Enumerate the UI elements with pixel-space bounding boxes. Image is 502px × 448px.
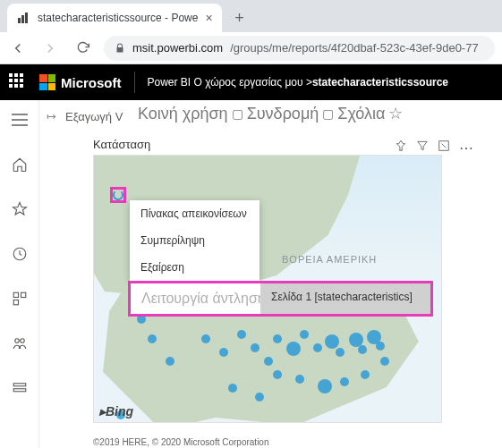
- hamburger-icon[interactable]: [5, 106, 34, 134]
- menu-include[interactable]: Συμπερίληψη: [130, 227, 260, 254]
- page-actions: Κοινή χρήση ▢ Συνδρομή ▢ Σχόλια ☆: [138, 104, 403, 123]
- reload-button[interactable]: [72, 38, 93, 59]
- home-icon[interactable]: [5, 150, 34, 179]
- back-button[interactable]: [7, 38, 29, 59]
- svg-rect-6: [13, 300, 18, 305]
- subscribe-label[interactable]: Συνδρομή: [247, 105, 319, 123]
- svg-rect-2: [25, 13, 28, 23]
- report-content: ↦ Εξαγωγή V Κοινή χρήση ▢ Συνδρομή ▢ Σχό…: [39, 100, 502, 448]
- apps-icon[interactable]: [5, 284, 34, 313]
- address-bar: msit.powerbi.com/groups/me/reports/4f20d…: [0, 32, 502, 64]
- svg-rect-9: [13, 384, 26, 386]
- map-visual[interactable]: ΒΟΡΕΙΑ ΑΜΕΡΙΚΗ: [93, 155, 442, 423]
- svg-rect-10: [13, 389, 26, 392]
- side-rail: [0, 100, 39, 448]
- browser-tab[interactable]: statecharacteristicssource - Powe ×: [7, 4, 222, 32]
- microsoft-logo: Microsoft: [39, 74, 122, 90]
- drillthrough-highlight: Λειτουργία άντλησης Σελίδα 1 [statechara…: [128, 281, 433, 317]
- drillthrough-target[interactable]: Σελίδα 1 [statecharacteristics]: [260, 283, 430, 314]
- report-toolbar: ↦ Εξαγωγή V Κοινή χρήση ▢ Συνδρομή ▢ Σχό…: [39, 100, 502, 132]
- url-input[interactable]: msit.powerbi.com/groups/me/reports/4f20d…: [104, 36, 495, 61]
- svg-rect-4: [13, 292, 18, 297]
- app-launcher-icon[interactable]: [9, 73, 27, 91]
- breadcrumb: Power BI Ο χώρος εργασίας μου >statechar…: [148, 76, 449, 89]
- map-copyright: ©2019 HERE, © 2020 Microsoft Corporation: [93, 437, 484, 447]
- share-icon: ▢: [232, 106, 243, 121]
- recent-icon[interactable]: [5, 240, 34, 268]
- new-tab-button[interactable]: +: [227, 5, 252, 30]
- shared-icon[interactable]: [5, 329, 34, 358]
- menu-drillthrough[interactable]: Λειτουργία άντλησης: [131, 283, 260, 314]
- chart-favicon-icon: [16, 11, 30, 25]
- svg-point-8: [20, 339, 24, 343]
- comments-label[interactable]: Σχόλια: [337, 105, 385, 123]
- subscribe-icon: ▢: [322, 106, 334, 121]
- export-menu[interactable]: Εξαγωγή V: [65, 110, 123, 123]
- header-divider: [134, 72, 135, 93]
- app-header: Microsoft Power BI Ο χώρος εργασίας μου …: [0, 64, 502, 100]
- svg-point-7: [14, 339, 19, 343]
- more-icon[interactable]: ⋯: [459, 139, 475, 156]
- svg-rect-0: [18, 18, 21, 23]
- favorites-icon[interactable]: [5, 195, 34, 224]
- brand-text: Microsoft: [61, 75, 122, 90]
- workspaces-icon[interactable]: [5, 374, 34, 402]
- menu-show-as-table[interactable]: Πίνακας απεικονίσεων: [130, 200, 260, 227]
- close-tab-icon[interactable]: ×: [205, 11, 212, 25]
- context-menu: Πίνακας απεικονίσεων Συμπερίληψη Εξαίρεσ…: [130, 200, 260, 281]
- forward-button[interactable]: [39, 38, 61, 59]
- highlighted-datapoint: [110, 187, 126, 203]
- browser-tab-strip: statecharacteristicssource - Powe × +: [0, 0, 502, 32]
- share-label[interactable]: Κοινή χρήση: [138, 105, 228, 123]
- svg-rect-1: [21, 15, 24, 23]
- lock-icon: [115, 43, 125, 54]
- tab-title: statecharacteristicssource - Powe: [38, 12, 198, 24]
- menu-exclude[interactable]: Εξαίρεση: [130, 254, 260, 281]
- url-host: msit.powerbi.com: [132, 41, 223, 55]
- bing-logo: ▸Bing: [99, 404, 133, 418]
- breadcrumb-arrow-icon: ↦: [47, 110, 56, 123]
- url-path: /groups/me/reports/4f20dbaf-523c-43ef-9d…: [230, 41, 479, 55]
- star-icon[interactable]: ☆: [388, 104, 403, 123]
- svg-rect-5: [21, 292, 25, 297]
